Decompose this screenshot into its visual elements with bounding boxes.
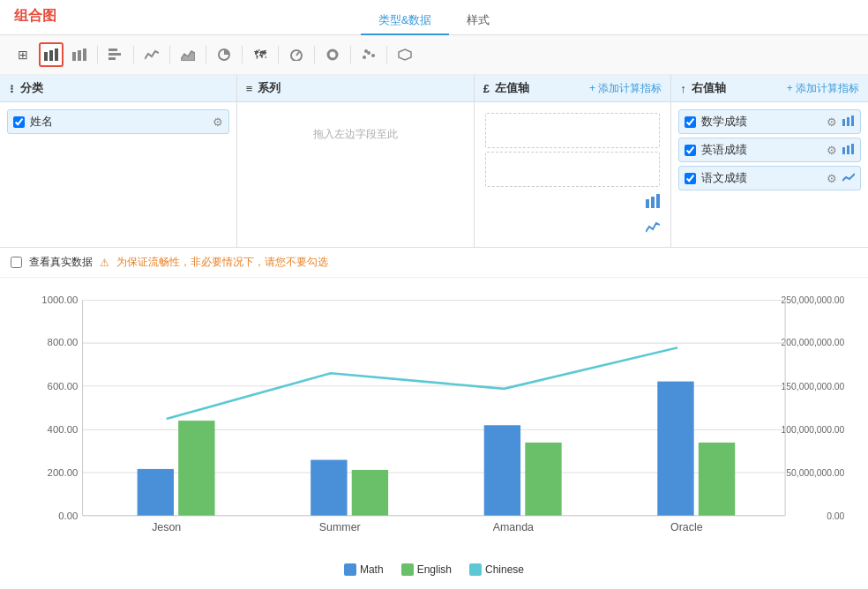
svg-rect-19 — [651, 197, 655, 208]
svg-rect-7 — [108, 53, 121, 56]
toolbar-icon-gauge[interactable] — [284, 42, 309, 67]
svg-rect-4 — [78, 50, 81, 61]
left-axis-slot2 — [485, 152, 661, 187]
left-axis-bar-icon — [646, 194, 660, 212]
category-checkbox[interactable] — [13, 116, 25, 128]
toolbar-sep4 — [206, 46, 206, 63]
svg-rect-26 — [851, 144, 854, 154]
svg-rect-25 — [847, 145, 849, 154]
warning-icon: ⚠ — [100, 257, 109, 269]
svg-rect-18 — [646, 199, 649, 208]
right-axis-field-math: 数学成绩 ⚙ — [678, 109, 861, 134]
toolbar-sep9 — [386, 46, 387, 63]
svg-rect-2 — [55, 48, 58, 61]
category-icon: ⫶ — [9, 82, 15, 95]
toolbar-icon-scatter[interactable] — [356, 42, 381, 67]
left-axis-body — [475, 102, 671, 247]
series-panel-body: 拖入左边字段至此 — [237, 102, 474, 247]
legend-math-dot — [344, 563, 356, 576]
right-axis-header: ↑ 右值轴 + 添加计算指标 — [671, 75, 868, 102]
svg-text:200.00: 200.00 — [48, 467, 79, 478]
svg-point-13 — [363, 56, 366, 59]
category-field-tag: 姓名 ⚙ — [7, 109, 229, 134]
svg-rect-1 — [49, 50, 53, 61]
legend-english: English — [401, 563, 452, 576]
page-title: 组合图 — [14, 7, 56, 26]
svg-rect-20 — [656, 194, 660, 208]
svg-point-16 — [364, 49, 368, 53]
left-axis-label: 左值轴 — [495, 80, 529, 96]
series-panel-header: ≡ 系列 — [237, 75, 474, 102]
math-checkbox[interactable] — [685, 116, 696, 128]
legend-math-label: Math — [360, 563, 384, 576]
math-gear-icon[interactable]: ⚙ — [827, 116, 837, 129]
toolbar-icon-bar2[interactable] — [67, 42, 92, 67]
category-field-label: 姓名 — [30, 114, 53, 130]
real-data-checkbox[interactable] — [11, 257, 22, 268]
chinese-label: 语文成绩 — [701, 170, 747, 186]
toolbar-icon-bar-active[interactable] — [39, 42, 64, 67]
english-checkbox[interactable] — [685, 145, 696, 156]
math-chart-icon[interactable] — [842, 116, 855, 129]
tab-style[interactable]: 样式 — [449, 7, 507, 35]
bar-amanda-math — [484, 425, 520, 515]
toolbar-icon-grid[interactable]: ⊞ — [11, 42, 35, 67]
english-chart-icon[interactable] — [842, 144, 855, 157]
svg-rect-23 — [851, 116, 854, 126]
category-panel: ⫶ 分类 姓名 ⚙ — [0, 75, 237, 247]
chinese-chart-icon[interactable] — [842, 172, 855, 185]
x-label-summer: Summer — [319, 521, 361, 533]
svg-point-15 — [371, 54, 375, 57]
toolbar-icon-map[interactable]: 🗺 — [248, 42, 273, 67]
footer-warning: 查看真实数据 ⚠ 为保证流畅性，非必要情况下，请您不要勾选 — [0, 248, 868, 278]
english-gear-icon[interactable]: ⚙ — [827, 144, 837, 157]
math-label: 数学成绩 — [701, 114, 747, 130]
toolbar-icon-area[interactable] — [176, 42, 200, 67]
svg-rect-8 — [108, 57, 116, 60]
left-axis-line-icon — [646, 220, 660, 236]
toolbar-icon-pie[interactable] — [212, 42, 236, 67]
config-area: ⫶ 分类 姓名 ⚙ ≡ 系列 拖入左边字段至此 £ 左值轴 + 添加计算指标 — [0, 75, 868, 248]
axis-panels: £ 左值轴 + 添加计算指标 — [475, 75, 868, 247]
series-panel: ≡ 系列 拖入左边字段至此 — [237, 75, 475, 247]
chart-area: 1000.00 800.00 600.00 400.00 200.00 0.00… — [0, 278, 868, 560]
right-axis-field-english: 英语成绩 ⚙ — [678, 138, 861, 162]
left-axis-slot1 — [485, 113, 661, 148]
svg-rect-3 — [72, 52, 76, 61]
bar-amanda-english — [525, 443, 561, 516]
toolbar-sep6 — [278, 46, 279, 63]
bar-jeson-english — [178, 421, 214, 516]
legend-english-label: English — [417, 563, 452, 576]
tab-type-data[interactable]: 类型&数据 — [361, 7, 450, 35]
legend-chinese-dot — [469, 563, 482, 576]
category-panel-body: 姓名 ⚙ — [0, 102, 236, 247]
right-axis-panel: ↑ 右值轴 + 添加计算指标 数学成绩 ⚙ 英语成绩 ⚙ — [671, 75, 868, 247]
svg-text:400.00: 400.00 — [48, 424, 79, 435]
series-drop-hint: 拖入左边字段至此 — [244, 109, 467, 160]
right-axis-label: 右值轴 — [692, 80, 726, 96]
svg-text:1000.00: 1000.00 — [41, 294, 78, 305]
toolbar-sep2 — [133, 46, 134, 63]
svg-point-12 — [328, 50, 337, 59]
chinese-gear-icon[interactable]: ⚙ — [827, 172, 837, 185]
legend-english-dot — [401, 563, 414, 576]
bar-jeson-math — [138, 469, 174, 516]
category-panel-header: ⫶ 分类 — [0, 75, 236, 102]
toolbar-icon-line[interactable] — [139, 42, 164, 67]
category-gear-icon[interactable]: ⚙ — [213, 116, 223, 129]
toolbar-icon-hbar[interactable] — [103, 42, 128, 67]
x-label-oracle: Oracle — [670, 521, 703, 533]
bar-oracle-english — [699, 443, 735, 516]
toolbar-icon-ring[interactable] — [320, 42, 345, 67]
chinese-checkbox[interactable] — [685, 173, 696, 184]
left-axis-add-btn[interactable]: + 添加计算指标 — [589, 81, 662, 96]
svg-text:150,000,000.00: 150,000,000.00 — [782, 382, 845, 391]
toolbar: ⊞ 🗺 — [0, 35, 868, 75]
svg-rect-6 — [108, 48, 117, 51]
chinese-line — [167, 347, 677, 419]
left-axis-panel: £ 左值轴 + 添加计算指标 — [475, 75, 672, 247]
svg-text:600.00: 600.00 — [48, 381, 79, 391]
toolbar-sep7 — [314, 46, 315, 63]
toolbar-icon-hexagon[interactable] — [393, 42, 417, 67]
right-axis-add-btn[interactable]: + 添加计算指标 — [787, 81, 859, 96]
